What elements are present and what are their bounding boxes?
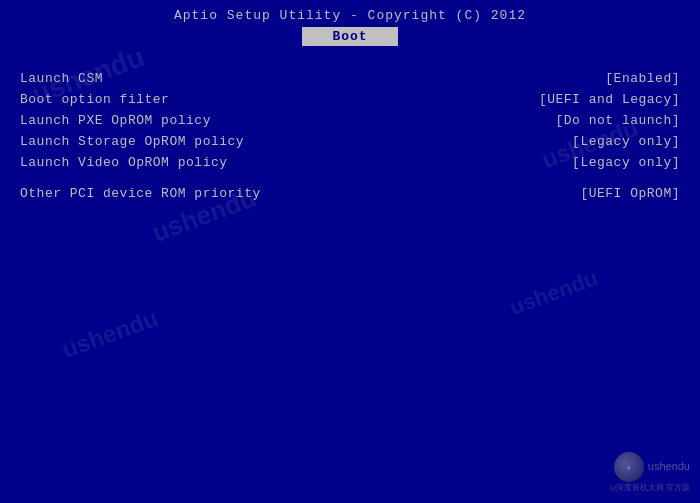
watermark-brand-text: ushendu xyxy=(648,460,690,473)
value-launch-csm: [Enabled] xyxy=(605,71,680,86)
watermark-logo-area: ★ ushendu U深度装机大师 官方版 xyxy=(610,452,690,493)
menu-content: Launch CSM [Enabled] Boot option filter … xyxy=(0,50,700,503)
boot-tab[interactable]: Boot xyxy=(302,27,397,46)
label-launch-csm: Launch CSM xyxy=(20,71,103,86)
utility-title: Aptio Setup Utility - Copyright (C) 2012 xyxy=(174,8,526,23)
value-launch-video: [Legacy only] xyxy=(572,155,680,170)
menu-row-launch-storage[interactable]: Launch Storage OpROM policy [Legacy only… xyxy=(20,131,680,152)
menu-row-launch-video[interactable]: Launch Video OpROM policy [Legacy only] xyxy=(20,152,680,173)
label-launch-pxe: Launch PXE OpROM policy xyxy=(20,113,211,128)
watermark-sub-text: U深度装机大师 官方版 xyxy=(610,482,690,493)
watermark-circle-icon: ★ xyxy=(614,452,644,482)
value-launch-pxe: [Do not launch] xyxy=(555,113,680,128)
menu-row-boot-option-filter[interactable]: Boot option filter [UEFI and Legacy] xyxy=(20,89,680,110)
value-pci-device: [UEFI OpROM] xyxy=(580,186,680,201)
menu-row-launch-pxe[interactable]: Launch PXE OpROM policy [Do not launch] xyxy=(20,110,680,131)
value-boot-option-filter: [UEFI and Legacy] xyxy=(539,92,680,107)
menu-row-pci-device[interactable]: Other PCI device ROM priority [UEFI OpRO… xyxy=(20,183,680,204)
bios-screen: ushendu ushendu ushendu ushendu ushendu … xyxy=(0,0,700,503)
title-bar: Aptio Setup Utility - Copyright (C) 2012… xyxy=(0,0,700,50)
menu-row-launch-csm[interactable]: Launch CSM [Enabled] xyxy=(20,68,680,89)
label-launch-video: Launch Video OpROM policy xyxy=(20,155,228,170)
watermark-logo: ★ ushendu xyxy=(614,452,690,482)
label-boot-option-filter: Boot option filter xyxy=(20,92,169,107)
label-pci-device: Other PCI device ROM priority xyxy=(20,186,261,201)
label-launch-storage: Launch Storage OpROM policy xyxy=(20,134,244,149)
value-launch-storage: [Legacy only] xyxy=(572,134,680,149)
